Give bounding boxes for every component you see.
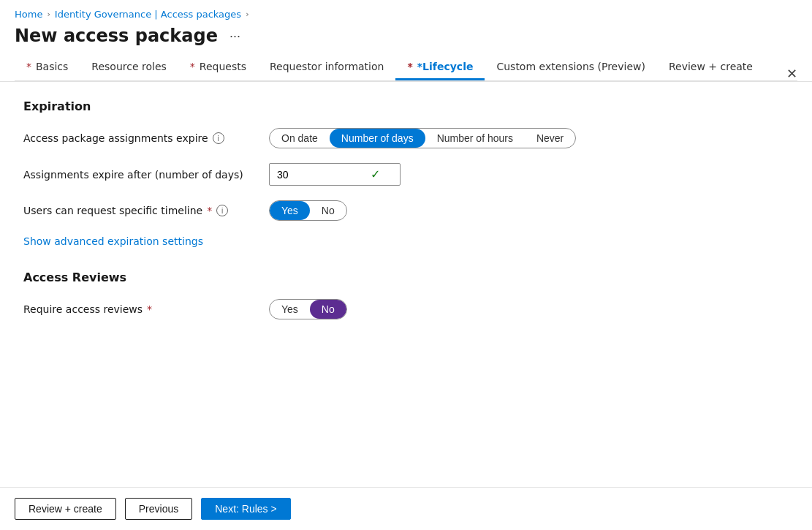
footer: Review + create Previous Next: Rules > bbox=[0, 487, 812, 530]
expire-option-number-of-hours[interactable]: Number of hours bbox=[425, 129, 525, 148]
days-input[interactable] bbox=[277, 169, 365, 181]
expire-option-never[interactable]: Never bbox=[525, 129, 575, 148]
breadcrumb: Home › Identity Governance | Access pack… bbox=[15, 9, 797, 20]
next-button[interactable]: Next: Rules > bbox=[201, 498, 290, 520]
expire-option-on-date[interactable]: On date bbox=[270, 129, 330, 148]
assignment-expire-label: Access package assignments expire i bbox=[23, 132, 257, 144]
assignment-expire-row: Access package assignments expire i On d… bbox=[23, 128, 789, 148]
close-button[interactable]: ✕ bbox=[786, 66, 797, 82]
expire-option-number-of-days[interactable]: Number of days bbox=[330, 129, 425, 148]
require-reviews-required-star: * bbox=[147, 303, 152, 315]
days-expire-row: Assignments expire after (number of days… bbox=[23, 163, 789, 186]
tab-requests[interactable]: Requests bbox=[178, 55, 258, 80]
previous-button[interactable]: Previous bbox=[125, 498, 192, 520]
main-content: Expiration Access package assignments ex… bbox=[0, 82, 812, 487]
expiration-section: Expiration Access package assignments ex… bbox=[23, 99, 789, 265]
days-input-container: ✓ bbox=[269, 163, 401, 186]
timeline-options-group[interactable]: Yes No bbox=[269, 200, 347, 221]
tab-lifecycle[interactable]: *Lifecycle bbox=[395, 55, 485, 80]
require-reviews-row: Require access reviews * Yes No bbox=[23, 299, 789, 319]
advanced-expiration-link[interactable]: Show advanced expiration settings bbox=[23, 235, 203, 247]
breadcrumb-sep1: › bbox=[47, 10, 50, 19]
review-create-button[interactable]: Review + create bbox=[15, 498, 116, 520]
require-reviews-option-yes[interactable]: Yes bbox=[270, 300, 310, 319]
timeline-info-icon[interactable]: i bbox=[216, 205, 228, 216]
tab-basics[interactable]: Basics bbox=[15, 55, 80, 80]
breadcrumb-link[interactable]: Identity Governance | Access packages bbox=[55, 9, 241, 20]
checkmark-icon: ✓ bbox=[371, 167, 380, 181]
require-reviews-options-group[interactable]: Yes No bbox=[269, 299, 347, 319]
expire-options-group[interactable]: On date Number of days Number of hours N… bbox=[269, 128, 576, 148]
tab-custom-extensions[interactable]: Custom extensions (Preview) bbox=[485, 55, 657, 80]
breadcrumb-sep2: › bbox=[246, 10, 248, 19]
timeline-option-no[interactable]: No bbox=[310, 201, 346, 220]
require-reviews-label: Require access reviews * bbox=[23, 303, 257, 315]
tab-review-create[interactable]: Review + create bbox=[657, 55, 764, 80]
timeline-label: Users can request specific timeline * i bbox=[23, 205, 257, 216]
assignment-expire-info-icon[interactable]: i bbox=[213, 132, 224, 144]
access-reviews-section: Access Reviews Require access reviews * … bbox=[23, 270, 789, 319]
timeline-option-yes[interactable]: Yes bbox=[270, 201, 310, 220]
timeline-required-star: * bbox=[207, 205, 212, 216]
tabs-row: Basics Resource roles Requests Requestor… bbox=[15, 55, 797, 81]
ellipsis-button[interactable]: ··· bbox=[225, 27, 245, 45]
tab-requestor-info[interactable]: Requestor information bbox=[258, 55, 395, 80]
tab-resource-roles[interactable]: Resource roles bbox=[80, 55, 178, 80]
timeline-row: Users can request specific timeline * i … bbox=[23, 200, 789, 221]
page-title: New access package bbox=[15, 26, 218, 46]
expiration-title: Expiration bbox=[23, 99, 789, 113]
days-expire-label: Assignments expire after (number of days… bbox=[23, 169, 257, 181]
access-reviews-title: Access Reviews bbox=[23, 270, 789, 284]
require-reviews-option-no[interactable]: No bbox=[310, 300, 346, 319]
breadcrumb-home[interactable]: Home bbox=[15, 9, 42, 20]
